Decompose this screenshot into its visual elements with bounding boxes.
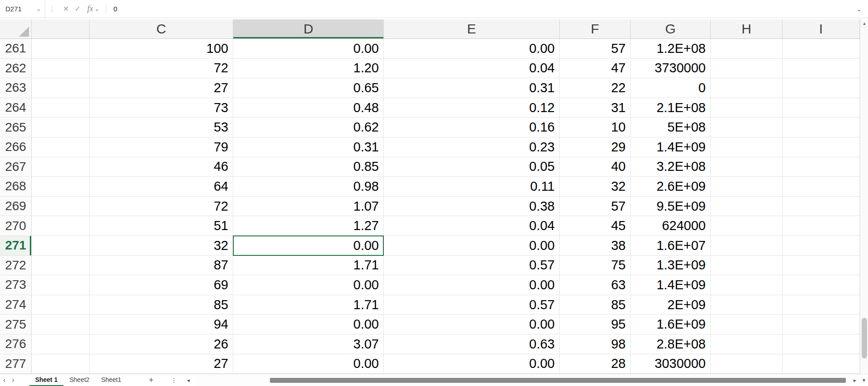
row-header-265[interactable]: 265 [0, 118, 32, 137]
cell-E262[interactable]: 0.04 [384, 59, 560, 79]
cell-H264[interactable] [711, 98, 783, 118]
name-box[interactable]: D271 ⌄ [0, 0, 45, 18]
cell-D271[interactable]: 0.00 [233, 236, 384, 256]
cell-E277[interactable]: 0.00 [384, 354, 560, 374]
cell-F263[interactable]: 22 [560, 78, 631, 98]
cell-E263[interactable]: 0.31 [384, 78, 560, 98]
vscroll-down-icon[interactable]: ▼ [860, 378, 868, 383]
sheet-tab-1[interactable]: Sheet 1 [29, 374, 64, 386]
cell-B267[interactable] [32, 157, 90, 177]
row-header-270[interactable]: 270 [0, 216, 32, 236]
cell-F265[interactable]: 10 [560, 118, 631, 137]
cell-C266[interactable]: 79 [90, 137, 233, 157]
cell-H271[interactable] [711, 236, 783, 256]
column-header-C[interactable]: C [90, 19, 233, 38]
cell-B275[interactable] [32, 315, 90, 334]
cell-B269[interactable] [32, 197, 90, 217]
cell-F277[interactable]: 28 [560, 354, 631, 374]
cell-I274[interactable] [783, 295, 860, 315]
cell-H276[interactable] [711, 334, 783, 354]
cell-I263[interactable] [783, 78, 860, 98]
cell-H265[interactable] [711, 118, 783, 137]
cell-C268[interactable]: 64 [90, 177, 233, 197]
row-header-274[interactable]: 274 [0, 295, 32, 315]
row-header-263[interactable]: 263 [0, 78, 32, 98]
sheet-tab-2[interactable]: Sheet2 [63, 374, 95, 386]
cell-F267[interactable]: 40 [560, 157, 631, 177]
cell-F274[interactable]: 85 [560, 295, 631, 315]
cell-D267[interactable]: 0.85 [233, 157, 384, 177]
select-all-corner[interactable] [0, 19, 32, 38]
cell-E272[interactable]: 0.57 [384, 256, 560, 276]
cell-C272[interactable]: 87 [90, 256, 233, 276]
cell-E270[interactable]: 0.04 [384, 216, 560, 236]
cell-C275[interactable]: 94 [90, 315, 233, 334]
cell-E268[interactable]: 0.11 [384, 177, 560, 197]
cell-G270[interactable]: 624000 [631, 216, 711, 236]
cell-G261[interactable]: 1.2E+08 [631, 39, 711, 59]
cell-G268[interactable]: 2.6E+09 [631, 177, 711, 197]
cell-H267[interactable] [711, 157, 783, 177]
cell-C264[interactable]: 73 [90, 98, 233, 118]
cell-I277[interactable] [783, 354, 860, 374]
cell-I275[interactable] [783, 315, 860, 334]
cell-F273[interactable]: 63 [560, 275, 631, 295]
cell-I270[interactable] [783, 216, 860, 236]
cell-G269[interactable]: 9.5E+09 [631, 197, 711, 217]
vertical-scrollbar[interactable]: ▲ [860, 19, 868, 374]
cell-E265[interactable]: 0.16 [384, 118, 560, 137]
next-sheet-icon[interactable]: › [9, 377, 17, 384]
cell-E266[interactable]: 0.23 [384, 137, 560, 157]
cell-F271[interactable]: 38 [560, 236, 631, 256]
cell-C267[interactable]: 46 [90, 157, 233, 177]
cell-B277[interactable] [32, 354, 90, 374]
cell-C270[interactable]: 51 [90, 216, 233, 236]
cell-H273[interactable] [711, 275, 783, 295]
cell-G272[interactable]: 1.3E+09 [631, 256, 711, 276]
cell-D269[interactable]: 1.07 [233, 197, 384, 217]
cell-D261[interactable]: 0.00 [233, 39, 384, 59]
column-header-partial[interactable] [32, 19, 90, 38]
cell-F275[interactable]: 95 [560, 315, 631, 334]
cell-D272[interactable]: 1.71 [233, 256, 384, 276]
hscroll-left-icon[interactable]: ◄ [184, 378, 193, 383]
cell-I271[interactable] [783, 236, 860, 256]
cell-F262[interactable]: 47 [560, 59, 631, 79]
cell-C277[interactable]: 27 [90, 354, 233, 374]
row-header-273[interactable]: 273 [0, 275, 32, 295]
cell-C271[interactable]: 32 [90, 236, 233, 256]
cell-G275[interactable]: 1.6E+09 [631, 315, 711, 334]
cell-B265[interactable] [32, 118, 90, 137]
enter-check-icon[interactable]: ✓ [72, 0, 84, 18]
cell-G267[interactable]: 3.2E+08 [631, 157, 711, 177]
cell-H261[interactable] [711, 39, 783, 59]
cell-I273[interactable] [783, 275, 860, 295]
row-header-268[interactable]: 268 [0, 177, 32, 197]
cell-I265[interactable] [783, 118, 860, 137]
column-header-I[interactable]: I [783, 19, 860, 38]
cell-E271[interactable]: 0.00 [384, 236, 560, 256]
row-header-261[interactable]: 261 [0, 39, 32, 59]
cell-E269[interactable]: 0.38 [384, 197, 560, 217]
cell-D270[interactable]: 1.27 [233, 216, 384, 236]
cell-B263[interactable] [32, 78, 90, 98]
cancel-icon[interactable]: ✕ [60, 0, 72, 18]
column-header-F[interactable]: F [560, 19, 631, 38]
cell-B261[interactable] [32, 39, 90, 59]
name-box-chevron-icon[interactable]: ⌄ [36, 6, 41, 12]
cell-H268[interactable] [711, 177, 783, 197]
cell-B264[interactable] [32, 98, 90, 118]
cell-F261[interactable]: 57 [560, 39, 631, 59]
row-header-272[interactable]: 272 [0, 256, 32, 276]
cell-D265[interactable]: 0.62 [233, 118, 384, 137]
cell-I268[interactable] [783, 177, 860, 197]
cell-D273[interactable]: 0.00 [233, 275, 384, 295]
cell-H262[interactable] [711, 59, 783, 79]
cell-G266[interactable]: 1.4E+09 [631, 137, 711, 157]
cell-H274[interactable] [711, 295, 783, 315]
cell-I269[interactable] [783, 197, 860, 217]
sheet-tab-3[interactable]: Sheet1 [95, 374, 127, 386]
add-sheet-button[interactable]: + [146, 376, 156, 385]
cell-D275[interactable]: 0.00 [233, 315, 384, 334]
cell-I264[interactable] [783, 98, 860, 118]
